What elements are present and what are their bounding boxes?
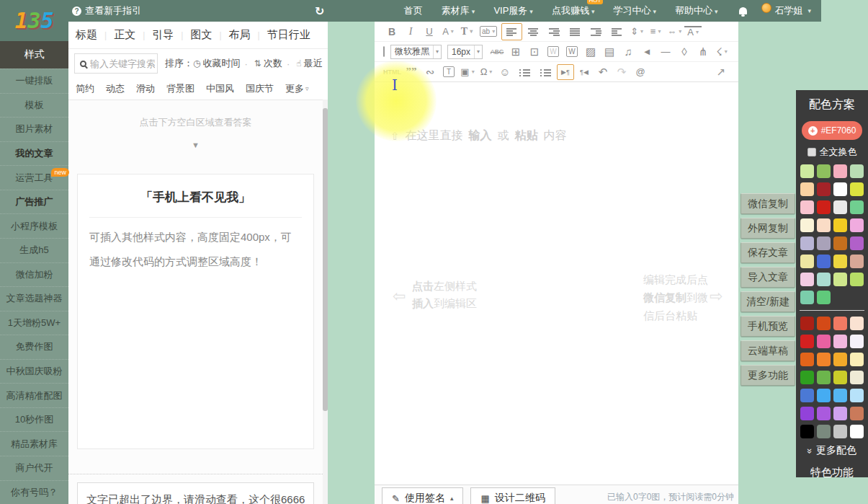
style-tab[interactable]: 标题 [76,28,97,42]
color-swatch[interactable] [800,164,814,178]
color-swatch[interactable] [800,255,814,268]
color-swatch[interactable] [833,236,847,250]
color-swatch[interactable] [817,335,831,348]
color-swatch[interactable] [833,255,847,268]
scrollbar-thumb[interactable] [323,108,328,411]
image-library-button[interactable]: ▤ [601,44,618,60]
video-button[interactable]: ◄ [638,44,656,60]
tag-filter[interactable]: 国庆节 [246,82,274,95]
color-swatch[interactable] [850,236,864,250]
sidebar-item[interactable]: 你有号吗？ [0,480,68,504]
sidebar-item[interactable]: 文章选题神器 [0,286,68,311]
sidebar-item[interactable]: 高清精准配图 [0,383,68,407]
sidebar-item[interactable]: 免费作图 [0,335,68,359]
color-swatch[interactable] [850,353,864,366]
color-swatch[interactable] [800,407,814,420]
color-swatch[interactable] [833,200,847,214]
notification-bell-icon[interactable] [739,7,747,14]
screenshot-button[interactable]: ⊡ [526,44,543,60]
sidebar-item[interactable]: 样式 [0,41,68,68]
full-text-recolor-checkbox[interactable]: 全文换色 [796,146,868,159]
sidebar-item[interactable]: 10秒作图 [0,407,68,432]
tag-filter[interactable]: 背景图 [166,82,194,95]
redo-button[interactable]: ↷ [613,64,630,80]
color-swatch[interactable] [833,407,847,420]
sidebar-item[interactable]: 中秋国庆吸粉 [0,359,68,384]
search-input[interactable] [90,58,155,69]
indent-button[interactable] [586,24,606,40]
letter-spacing-button[interactable]: ⇔ [666,24,683,40]
color-swatch[interactable] [850,389,864,402]
link-button[interactable]: ∾ [421,64,439,80]
unordered-list-button[interactable] [536,64,555,80]
color-swatch[interactable] [800,353,814,366]
eraser-button[interactable]: ◊ [676,44,693,60]
action-button[interactable]: 清空/新建 [741,291,795,312]
color-swatch[interactable] [850,335,864,348]
style-tab[interactable]: 引导 [135,28,174,42]
action-button[interactable]: 微信复制 [741,193,795,214]
line-height-button[interactable]: ≡ [647,24,664,40]
color-swatch[interactable] [833,182,847,196]
case-button[interactable]: A [684,26,702,37]
style-tab[interactable]: 布局 [212,28,250,42]
sort-option[interactable]: ☝ 最近 [282,57,323,70]
new-document-icon[interactable] [383,46,385,57]
table-button[interactable]: ⊞ [507,44,524,60]
sidebar-item[interactable]: 广告推广 [0,190,68,214]
color-swatch[interactable] [817,200,831,214]
color-swatch[interactable] [850,218,864,232]
color-swatch[interactable] [833,353,847,366]
color-swatch[interactable] [833,317,847,330]
blockquote-button[interactable]: ”” [403,64,420,80]
color-swatch[interactable] [817,218,831,232]
nav-item[interactable]: 首页 [404,4,423,17]
bold-button[interactable]: B [383,24,401,40]
font-color-button[interactable]: A [439,24,457,40]
color-swatch[interactable] [817,353,831,366]
italic-button[interactable]: I [402,24,419,40]
color-swatch[interactable] [833,164,847,178]
sidebar-item[interactable]: 精品素材库 [0,431,68,456]
color-swatch[interactable] [833,218,847,232]
title-format-button[interactable]: T [458,24,475,40]
sidebar-item[interactable]: 我的文章 [0,141,68,166]
color-swatch[interactable] [800,425,814,438]
color-swatch[interactable] [850,407,864,420]
special-features-link[interactable]: 特色功能 [796,466,868,477]
template-button[interactable]: T [443,66,455,77]
sidebar-item[interactable]: 小程序模板 [0,213,68,238]
nav-item[interactable]: 帮助中心▾ [675,4,718,17]
color-swatch[interactable] [800,371,814,384]
special-char-button[interactable]: Ω [478,64,495,80]
nav-item[interactable]: 点我赚钱▾HOT [552,4,595,17]
color-swatch[interactable] [800,218,814,232]
fullscreen-button[interactable]: ↗ [712,64,730,80]
nav-item[interactable]: 素材库▾ [442,4,475,17]
paragraph-forward-button[interactable]: ▶¶ [557,64,574,80]
undo-button[interactable]: ↶ [594,64,612,80]
color-swatch[interactable] [850,255,864,268]
sidebar-item[interactable]: 微信加粉 [0,262,68,287]
editor-placeholder[interactable]: ⇧ 在这里直接输入或粘贴内容 [390,128,567,143]
image-upload-button[interactable]: ▨ [582,44,599,60]
tag-filter[interactable]: 中国风 [206,82,234,95]
style-card-overflow[interactable]: 文字已超出了边界，请滑动查看，这个很6666666 [77,482,314,504]
color-swatch[interactable] [800,389,814,402]
music-button[interactable]: ♫ [619,44,637,60]
font-size-select[interactable]: 16px▾ [447,45,483,59]
sidebar-item[interactable]: 生成h5 [0,238,68,262]
color-swatch[interactable] [850,200,864,214]
color-swatch[interactable] [817,236,831,250]
hr-button[interactable]: — [657,44,674,60]
color-swatch[interactable] [817,425,831,438]
qrcode-button[interactable]: ▦ 设计二维码 [470,487,555,504]
sidebar-item[interactable]: 运营工具 new [0,165,68,190]
color-swatch[interactable] [817,291,831,304]
color-swatch[interactable] [817,389,831,402]
color-swatch[interactable] [850,164,864,178]
sort-option[interactable]: ⇅ 次数 [240,57,282,70]
user-menu[interactable]: 石学姐 ▾ [761,4,811,17]
font-family-select[interactable]: 微软雅黑▾ [390,45,442,59]
color-swatch[interactable] [817,273,831,286]
